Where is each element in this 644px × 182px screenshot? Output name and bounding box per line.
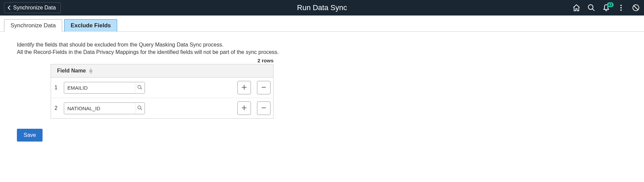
back-label: Synchronize Data <box>13 5 56 11</box>
svg-point-3 <box>620 9 622 11</box>
chevron-left-icon <box>7 5 11 10</box>
svg-point-6 <box>138 106 141 109</box>
row-count-label: 2 rows <box>51 58 274 63</box>
add-row-button[interactable] <box>237 101 251 115</box>
save-button[interactable]: Save <box>17 129 43 142</box>
remove-row-button[interactable] <box>257 81 271 94</box>
tab-strip: Synchronize Data Exclude Fields <box>0 16 644 32</box>
tab-exclude-fields[interactable]: Exclude Fields <box>64 19 117 32</box>
app-header: Synchronize Data Run Data Sync 43 <box>0 0 644 16</box>
column-header-field-name[interactable]: Field Name <box>57 68 86 73</box>
lookup-button[interactable] <box>135 103 145 114</box>
description-line2: All the Record-Fields in the Data Privac… <box>17 49 279 55</box>
back-button[interactable]: Synchronize Data <box>4 2 61 13</box>
row-number: 2 <box>51 98 61 119</box>
field-name-input[interactable] <box>64 82 135 93</box>
table-row: 2 <box>51 98 274 119</box>
minus-icon <box>261 83 266 92</box>
row-number: 1 <box>51 78 61 98</box>
lookup-button[interactable] <box>135 82 145 93</box>
search-icon[interactable] <box>587 4 595 12</box>
content-area: Identify the fields that should be exclu… <box>0 32 644 151</box>
page-title: Run Data Sync <box>297 3 347 12</box>
svg-point-0 <box>588 5 593 9</box>
description-line1: Identify the fields that should be exclu… <box>17 42 224 48</box>
description-text: Identify the fields that should be exclu… <box>17 41 627 56</box>
notifications-icon[interactable]: 43 <box>602 4 610 12</box>
table-wrapper: 2 rows Field Name 1 <box>51 58 274 119</box>
more-icon[interactable] <box>617 4 625 12</box>
svg-point-2 <box>620 7 622 8</box>
field-name-input-group <box>64 102 145 114</box>
remove-row-button[interactable] <box>257 101 271 115</box>
add-row-button[interactable] <box>237 81 251 94</box>
notification-badge: 43 <box>607 2 614 7</box>
minus-icon <box>261 104 266 113</box>
tab-synchronize-data[interactable]: Synchronize Data <box>4 19 62 32</box>
header-actions: 43 <box>572 4 640 12</box>
field-name-input-group <box>64 82 145 94</box>
search-icon <box>137 105 143 112</box>
exclude-fields-table: Field Name 1 <box>51 64 274 119</box>
svg-point-1 <box>620 5 622 6</box>
sort-icon[interactable] <box>89 69 93 73</box>
field-name-input[interactable] <box>64 103 135 114</box>
svg-point-5 <box>138 85 141 88</box>
plus-icon <box>241 83 247 92</box>
table-row: 1 <box>51 78 274 98</box>
search-icon <box>137 85 143 91</box>
home-icon[interactable] <box>572 4 581 12</box>
plus-icon <box>241 104 247 113</box>
block-icon[interactable] <box>632 4 640 12</box>
